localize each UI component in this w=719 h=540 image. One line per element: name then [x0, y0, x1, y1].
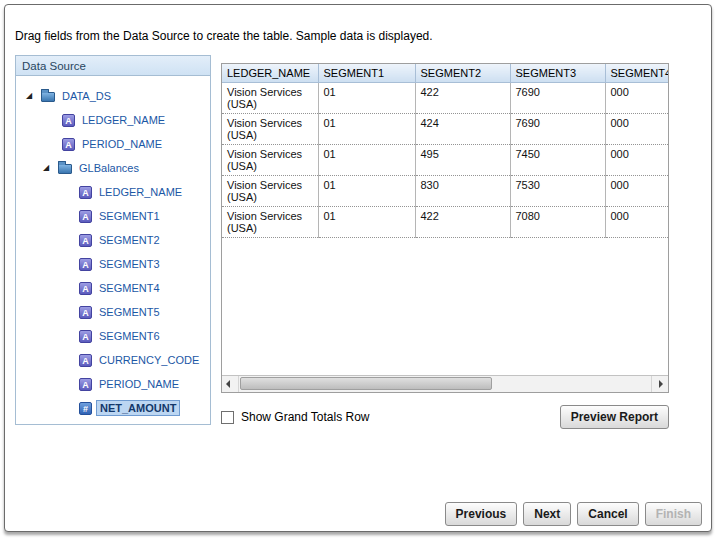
text-field-icon: [79, 306, 92, 319]
table-cell: 01: [318, 114, 415, 145]
scrollbar-thumb[interactable]: [240, 377, 492, 390]
table-cell: 7690: [510, 114, 605, 145]
table-cell: 422: [415, 207, 510, 238]
number-field-icon: [79, 402, 92, 415]
text-field-icon: [62, 138, 75, 151]
text-field-icon: [79, 282, 92, 295]
data-source-panel-title: Data Source: [16, 56, 210, 76]
tree-node-segment3[interactable]: SEGMENT3: [16, 252, 210, 276]
horizontal-scrollbar[interactable]: [222, 375, 668, 392]
sample-data-table: LEDGER_NAME SEGMENT1 SEGMENT2 SEGMENT3 S…: [222, 64, 668, 238]
instruction-text: Drag fields from the Data Source to crea…: [15, 29, 433, 43]
tree-node-label: SEGMENT4: [96, 281, 163, 295]
table-cell: 495: [415, 145, 510, 176]
table-cell: Vision Services (USA): [222, 207, 318, 238]
column-header[interactable]: SEGMENT2: [415, 64, 510, 83]
tree-node-segment2[interactable]: SEGMENT2: [16, 228, 210, 252]
column-header[interactable]: SEGMENT1: [318, 64, 415, 83]
wizard-footer: Previous Next Cancel Finish: [445, 502, 702, 526]
tree-node-label: SEGMENT2: [96, 233, 163, 247]
table-row: Vision Services (USA) 01 424 7690 000: [222, 114, 668, 145]
tree-node-segment4[interactable]: SEGMENT4: [16, 276, 210, 300]
column-header[interactable]: SEGMENT4: [605, 64, 668, 83]
table-cell: Vision Services (USA): [222, 145, 318, 176]
table-cell: 01: [318, 176, 415, 207]
tree-node-glbalances-period-name[interactable]: PERIOD_NAME: [16, 372, 210, 396]
tree-node-label: SEGMENT3: [96, 257, 163, 271]
table-cell: 01: [318, 145, 415, 176]
tree-node-label: SEGMENT1: [96, 209, 163, 223]
show-grand-totals-checkbox[interactable]: [221, 411, 234, 424]
table-cell: Vision Services (USA): [222, 176, 318, 207]
table-drop-area[interactable]: LEDGER_NAME SEGMENT1 SEGMENT2 SEGMENT3 S…: [221, 63, 669, 393]
table-cell: 7450: [510, 145, 605, 176]
table-row: Vision Services (USA) 01 422 7690 000: [222, 83, 668, 114]
tree-node-label: DATA_DS: [59, 89, 114, 103]
expand-toggle-icon[interactable]: [26, 84, 37, 108]
tree-node-label: SEGMENT6: [96, 329, 163, 343]
tree-node-label: LEDGER_NAME: [96, 185, 185, 199]
text-field-icon: [62, 114, 75, 127]
tree-node-period-name[interactable]: PERIOD_NAME: [16, 132, 210, 156]
table-cell: 830: [415, 176, 510, 207]
table-cell: 000: [605, 207, 668, 238]
column-header[interactable]: LEDGER_NAME: [222, 64, 318, 83]
cancel-button[interactable]: Cancel: [577, 502, 638, 526]
table-row: Vision Services (USA) 01 422 7080 000: [222, 207, 668, 238]
text-field-icon: [79, 258, 92, 271]
table-row: Vision Services (USA) 01 495 7450 000: [222, 145, 668, 176]
grand-totals-option: Show Grand Totals Row: [221, 410, 370, 424]
table-cell: 000: [605, 145, 668, 176]
text-field-icon: [79, 378, 92, 391]
data-source-tree: DATA_DS LEDGER_NAME PERIOD_NAME GLBalanc…: [16, 76, 210, 420]
table-cell: 424: [415, 114, 510, 145]
expand-toggle-icon[interactable]: [43, 156, 54, 180]
scroll-left-arrow-icon[interactable]: [222, 376, 239, 392]
table-cell: 7530: [510, 176, 605, 207]
scroll-right-arrow-icon[interactable]: [651, 376, 668, 392]
tree-node-ledger-name[interactable]: LEDGER_NAME: [16, 108, 210, 132]
tree-node-segment5[interactable]: SEGMENT5: [16, 300, 210, 324]
tree-node-currency-code[interactable]: CURRENCY_CODE: [16, 348, 210, 372]
folder-icon: [41, 92, 55, 102]
tree-node-glbalances[interactable]: GLBalances: [16, 156, 210, 180]
table-cell: 000: [605, 176, 668, 207]
preview-report-button[interactable]: Preview Report: [560, 405, 669, 429]
table-header-row: LEDGER_NAME SEGMENT1 SEGMENT2 SEGMENT3 S…: [222, 64, 668, 83]
text-field-icon: [79, 354, 92, 367]
text-field-icon: [79, 186, 92, 199]
table-cell: Vision Services (USA): [222, 83, 318, 114]
table-cell: 7690: [510, 83, 605, 114]
table-cell: Vision Services (USA): [222, 114, 318, 145]
folder-icon: [58, 164, 72, 174]
text-field-icon: [79, 330, 92, 343]
column-header[interactable]: SEGMENT3: [510, 64, 605, 83]
table-cell: 422: [415, 83, 510, 114]
table-cell: 000: [605, 114, 668, 145]
table-cell: 7080: [510, 207, 605, 238]
tree-node-label: SEGMENT5: [96, 305, 163, 319]
tree-node-label: CURRENCY_CODE: [96, 353, 202, 367]
show-grand-totals-label: Show Grand Totals Row: [241, 410, 370, 424]
table-cell: 01: [318, 207, 415, 238]
text-field-icon: [79, 234, 92, 247]
table-row: Vision Services (USA) 01 830 7530 000: [222, 176, 668, 207]
text-field-icon: [79, 210, 92, 223]
tree-node-label: PERIOD_NAME: [79, 137, 165, 151]
table-options-row: Show Grand Totals Row Preview Report: [221, 404, 669, 430]
tree-node-label: LEDGER_NAME: [79, 113, 168, 127]
tree-node-segment6[interactable]: SEGMENT6: [16, 324, 210, 348]
data-source-panel: Data Source DATA_DS LEDGER_NAME PERIOD_N…: [15, 55, 211, 425]
tree-node-net-amount[interactable]: NET_AMOUNT: [16, 396, 210, 420]
tree-node-label: PERIOD_NAME: [96, 377, 182, 391]
tree-node-data-ds[interactable]: DATA_DS: [16, 84, 210, 108]
table-builder-dialog: Drag fields from the Data Source to crea…: [4, 4, 712, 532]
tree-node-label: NET_AMOUNT: [96, 400, 180, 416]
tree-node-label: GLBalances: [76, 161, 142, 175]
next-button[interactable]: Next: [523, 502, 571, 526]
previous-button[interactable]: Previous: [445, 502, 518, 526]
table-cell: 01: [318, 83, 415, 114]
finish-button[interactable]: Finish: [645, 502, 702, 526]
tree-node-glbalances-ledger-name[interactable]: LEDGER_NAME: [16, 180, 210, 204]
tree-node-segment1[interactable]: SEGMENT1: [16, 204, 210, 228]
